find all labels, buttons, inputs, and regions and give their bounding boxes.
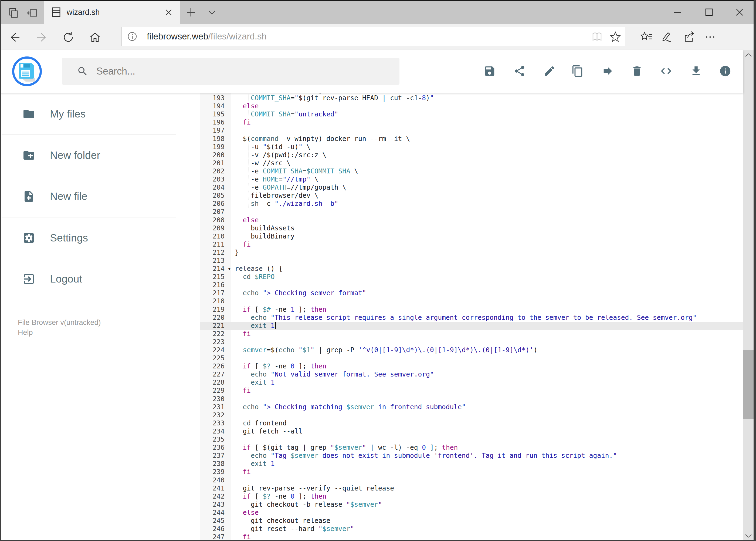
code-line[interactable]: 209 buildAssets bbox=[200, 224, 743, 232]
browser-tab[interactable]: wizard.sh bbox=[44, 0, 180, 24]
code-line[interactable]: 214▾release () { bbox=[200, 265, 743, 273]
code-line[interactable]: 202 -e COMMIT_SHA=$COMMIT_SHA \ bbox=[200, 167, 743, 175]
sidebar-item-my-files[interactable]: My files bbox=[0, 101, 178, 127]
back-button[interactable] bbox=[9, 31, 21, 44]
code-line[interactable]: 231 echo "> Checking matching $semver in… bbox=[200, 403, 743, 411]
more-menu-button[interactable] bbox=[704, 31, 715, 42]
code-line[interactable]: 217 echo "> Checking semver format" bbox=[200, 289, 743, 297]
window-maximize-button[interactable] bbox=[697, 4, 721, 21]
code-line[interactable]: 223 bbox=[200, 338, 743, 346]
raw-code-button[interactable] bbox=[654, 59, 678, 83]
code-line[interactable]: 227 echo "Not valid semver format. See s… bbox=[200, 370, 743, 378]
code-line[interactable]: 239 fi bbox=[200, 468, 743, 476]
code-line[interactable]: 215 cd $REPO bbox=[200, 273, 743, 281]
code-line[interactable]: 229 fi bbox=[200, 386, 743, 395]
favorites-hub-button[interactable] bbox=[640, 31, 651, 42]
sidebar-item-new-file[interactable]: New file bbox=[0, 184, 178, 209]
tab-preview-button[interactable] bbox=[6, 5, 21, 21]
tab-close-button[interactable] bbox=[163, 7, 174, 18]
code-line[interactable]: 243 git checkout -b release "$semver" bbox=[200, 500, 743, 509]
code-line[interactable]: 205 filebrowser/dev \ bbox=[200, 192, 743, 200]
code-line[interactable]: 225 bbox=[200, 354, 743, 362]
sidebar-item-logout[interactable]: Logout bbox=[0, 266, 178, 292]
code-line[interactable]: 226 if [ $? -ne 0 ]; then bbox=[200, 362, 743, 370]
code-line[interactable]: 193 COMMIT_SHA="$(git rev-parse HEAD | c… bbox=[200, 94, 743, 102]
code-line[interactable]: 199 -u "$(id -u)" \ bbox=[200, 143, 743, 151]
code-line[interactable]: 206 sh -c "./wizard.sh -b" bbox=[200, 200, 743, 208]
code-line[interactable]: 233 cd frontend bbox=[200, 419, 743, 427]
code-line[interactable]: 220 echo "This release script requires a… bbox=[200, 313, 743, 322]
favorite-star-button[interactable] bbox=[610, 31, 621, 42]
help-link[interactable]: Help bbox=[18, 327, 101, 337]
code-line[interactable]: 237 echo "Tag $semver does not exist in … bbox=[200, 452, 743, 460]
code-line[interactable]: 195 COMMIT_SHA="untracked" bbox=[200, 110, 743, 118]
save-button[interactable] bbox=[477, 59, 502, 83]
tabs-dropdown-button[interactable] bbox=[205, 6, 219, 19]
code-line[interactable]: 241 git rev-parse --verify --quiet relea… bbox=[200, 484, 743, 492]
home-button[interactable] bbox=[89, 31, 101, 44]
search-bar[interactable] bbox=[62, 58, 399, 85]
code-line[interactable]: 246 git reset --hard "$semver" bbox=[200, 525, 743, 533]
code-line[interactable]: 245 git checkout release bbox=[200, 517, 743, 525]
code-line[interactable]: 208 else bbox=[200, 216, 743, 224]
window-close-button[interactable] bbox=[727, 4, 752, 21]
refresh-button[interactable] bbox=[62, 31, 75, 44]
sidebar-item-new-folder[interactable]: New folder bbox=[0, 142, 178, 168]
reading-view-button[interactable] bbox=[591, 31, 603, 42]
code-line[interactable]: 242 if [ $? -ne 0 ]; then bbox=[200, 492, 743, 500]
code-line[interactable]: 201 -w //src \ bbox=[200, 159, 743, 167]
code-line[interactable]: 196 fi bbox=[200, 118, 743, 126]
code-line[interactable]: 238 exit 1 bbox=[200, 460, 743, 468]
code-line[interactable]: 197 bbox=[200, 126, 743, 135]
code-line[interactable]: 216 bbox=[200, 281, 743, 289]
code-line[interactable]: 198 $(command -v winpty) docker run --rm… bbox=[200, 135, 743, 143]
code-line[interactable]: 212} bbox=[200, 249, 743, 257]
move-button[interactable] bbox=[596, 59, 620, 83]
code-line[interactable]: 240 bbox=[200, 476, 743, 484]
ink-note-button[interactable] bbox=[660, 31, 672, 42]
scroll-down-arrow-icon[interactable] bbox=[745, 533, 752, 539]
home-icon bbox=[89, 31, 101, 44]
code-line[interactable]: 235 bbox=[200, 435, 743, 443]
code-line[interactable]: 222 fi bbox=[200, 330, 743, 338]
code-line[interactable]: 232 bbox=[200, 411, 743, 419]
download-button[interactable] bbox=[684, 59, 708, 83]
code-editor[interactable]: 192 if [ "$(command -v git)" != "" ]; th… bbox=[200, 93, 743, 541]
code-line[interactable]: 236 if [ $(git tag | grep "$semver" | wc… bbox=[200, 443, 743, 452]
code-line[interactable]: 200 -v /$(pwd):/src:z \ bbox=[200, 151, 743, 159]
share-file-button[interactable] bbox=[507, 59, 532, 83]
search-input[interactable] bbox=[96, 66, 380, 77]
code-line[interactable]: 207 bbox=[200, 208, 743, 216]
page-scrollbar[interactable] bbox=[743, 50, 754, 541]
scroll-up-arrow-icon[interactable] bbox=[745, 52, 752, 58]
delete-button[interactable] bbox=[625, 59, 649, 83]
code-line[interactable]: 194 else bbox=[200, 102, 743, 110]
rename-button[interactable] bbox=[537, 59, 562, 83]
url-input[interactable]: filebrowser.web/files/wizard.sh bbox=[122, 27, 626, 46]
code-line[interactable]: 210 buildBinary bbox=[200, 232, 743, 241]
info-button[interactable] bbox=[713, 59, 737, 83]
forward-button[interactable] bbox=[36, 31, 48, 44]
code-line[interactable]: 213 bbox=[200, 257, 743, 265]
code-line[interactable]: 219 if [ $# -ne 1 ]; then bbox=[200, 305, 743, 313]
filebrowser-logo[interactable] bbox=[12, 56, 42, 86]
code-line[interactable]: 230 bbox=[200, 395, 743, 403]
code-line[interactable]: 244 else bbox=[200, 509, 743, 517]
code-line[interactable]: 203 -e HOME="//tmp" \ bbox=[200, 175, 743, 184]
new-tab-button[interactable] bbox=[184, 6, 198, 19]
code-line[interactable]: 211 fi bbox=[200, 241, 743, 249]
code-line[interactable]: 224 semver=$(echo "$1" | grep -P '^v(0|[… bbox=[200, 346, 743, 354]
sidebar-item-settings[interactable]: Settings bbox=[0, 225, 178, 251]
window-minimize-button[interactable] bbox=[665, 4, 690, 21]
set-tabs-aside-button[interactable] bbox=[25, 5, 40, 21]
copy-button[interactable] bbox=[566, 59, 590, 83]
settings-icon bbox=[22, 232, 35, 245]
code-line[interactable]: 228 exit 1 bbox=[200, 378, 743, 386]
scrollbar-thumb[interactable] bbox=[743, 350, 754, 419]
code-line[interactable]: 204 -e GOPATH=//tmp/gopath \ bbox=[200, 184, 743, 192]
code-line[interactable]: 218 bbox=[200, 297, 743, 305]
code-line[interactable]: 234 git fetch --all bbox=[200, 427, 743, 435]
fold-marker-icon[interactable]: ▾ bbox=[228, 265, 230, 273]
code-line[interactable]: 221 exit 1 bbox=[200, 322, 743, 330]
share-button[interactable] bbox=[683, 31, 695, 42]
